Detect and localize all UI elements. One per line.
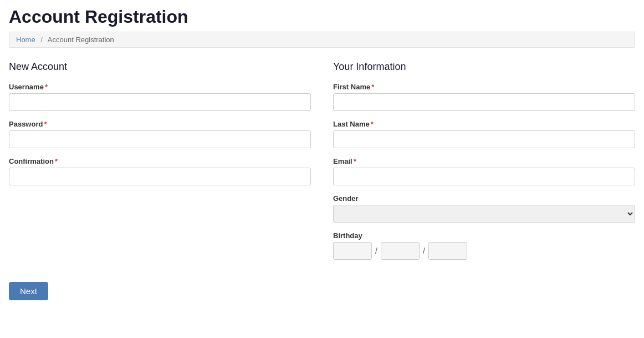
birthday-month-input[interactable]: [333, 242, 372, 260]
new-account-column: New Account Username* Password* Confirma…: [9, 61, 311, 269]
breadcrumb-home-link[interactable]: Home: [16, 36, 35, 44]
new-account-title: New Account: [9, 61, 311, 73]
breadcrumb-current: Account Registration: [48, 36, 114, 44]
birthday-separator-1: /: [375, 246, 377, 255]
confirmation-label: Confirmation*: [9, 157, 311, 165]
last-name-field-group: Last Name*: [333, 120, 635, 148]
password-required: *: [44, 120, 47, 128]
your-information-column: Your Information First Name* Last Name* …: [333, 61, 635, 269]
birthday-row: / /: [333, 242, 635, 260]
form-layout: New Account Username* Password* Confirma…: [9, 61, 635, 269]
breadcrumb: Home / Account Registration: [9, 32, 635, 48]
birthday-year-input[interactable]: [428, 242, 467, 260]
your-information-title: Your Information: [333, 61, 635, 73]
last-name-input[interactable]: [333, 130, 635, 148]
last-name-label: Last Name*: [333, 120, 635, 128]
gender-field-group: Gender Male Female Other: [333, 194, 635, 223]
page-title: Account Registration: [9, 7, 635, 27]
username-input[interactable]: [9, 93, 311, 111]
first-name-input[interactable]: [333, 93, 635, 111]
last-name-required: *: [371, 120, 374, 128]
email-label: Email*: [333, 157, 635, 165]
birthday-separator-2: /: [423, 246, 425, 255]
password-field-group: Password*: [9, 120, 311, 148]
breadcrumb-separator: /: [40, 36, 43, 44]
email-input[interactable]: [333, 168, 635, 185]
first-name-required: *: [371, 83, 374, 91]
email-field-group: Email*: [333, 157, 635, 185]
first-name-label: First Name*: [333, 83, 635, 91]
username-required: *: [45, 83, 48, 91]
gender-select[interactable]: Male Female Other: [333, 205, 635, 223]
birthday-field-group: Birthday / /: [333, 231, 635, 260]
gender-label: Gender: [333, 194, 635, 203]
birthday-day-input[interactable]: [381, 242, 420, 260]
password-input[interactable]: [9, 130, 311, 148]
confirmation-input[interactable]: [9, 168, 311, 185]
username-field-group: Username*: [9, 83, 311, 111]
birthday-label: Birthday: [333, 231, 635, 240]
email-required: *: [354, 157, 356, 165]
first-name-field-group: First Name*: [333, 83, 635, 111]
username-label: Username*: [9, 83, 311, 91]
next-button[interactable]: Next: [9, 282, 48, 300]
confirmation-required: *: [55, 157, 58, 165]
password-label: Password*: [9, 120, 311, 128]
confirmation-field-group: Confirmation*: [9, 157, 311, 185]
